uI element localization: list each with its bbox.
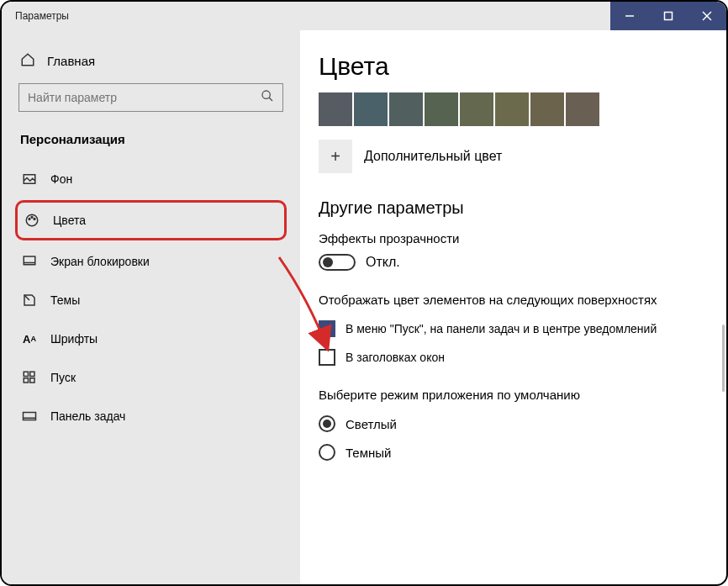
sidebar-section-title: Персонализация <box>15 127 287 161</box>
svg-rect-16 <box>30 378 34 383</box>
svg-point-9 <box>31 216 33 218</box>
home-icon <box>20 52 35 70</box>
sidebar-item-colors[interactable]: Цвета <box>15 200 287 240</box>
check-titlebars[interactable]: В заголовках окон <box>319 349 710 366</box>
custom-color-button[interactable]: + Дополнительный цвет <box>319 140 710 173</box>
svg-rect-11 <box>24 256 35 265</box>
svg-point-10 <box>34 219 35 220</box>
custom-color-label: Дополнительный цвет <box>364 149 502 164</box>
sidebar-item-label: Шрифты <box>50 332 98 346</box>
search-icon <box>261 89 274 106</box>
color-swatch[interactable] <box>495 92 529 126</box>
taskbar-icon <box>22 409 37 424</box>
themes-icon <box>22 293 37 308</box>
color-swatch[interactable] <box>566 92 599 126</box>
surfaces-label: Отображать цвет элементов на следующих п… <box>319 293 710 307</box>
titlebar: Параметры <box>2 2 726 30</box>
minimize-button[interactable] <box>610 2 649 30</box>
sidebar-item-label: Пуск <box>50 371 76 384</box>
plus-icon: + <box>319 140 352 173</box>
transparency-state: Откл. <box>366 255 400 270</box>
home-label: Главная <box>47 54 95 68</box>
svg-rect-14 <box>30 372 34 376</box>
fonts-icon: AA <box>22 331 37 346</box>
palette-icon <box>24 213 40 228</box>
radio-light[interactable]: Светлый <box>319 415 710 432</box>
svg-line-5 <box>269 98 272 101</box>
radio-checked-icon <box>319 415 335 432</box>
sidebar-item-background[interactable]: Фон <box>15 161 287 197</box>
check-start-taskbar[interactable]: В меню "Пуск", на панели задач и в центр… <box>319 320 710 337</box>
svg-rect-13 <box>24 372 28 376</box>
radio-dark[interactable]: Темный <box>319 444 710 461</box>
color-swatches <box>319 92 710 126</box>
sidebar-item-label: Цвета <box>53 214 86 227</box>
sidebar-item-taskbar[interactable]: Панель задач <box>15 399 287 434</box>
checkbox-unchecked-icon <box>319 349 335 366</box>
sidebar: Главная Персонализация Фон Цвета <box>2 30 300 584</box>
sidebar-item-label: Фон <box>50 172 72 186</box>
svg-rect-1 <box>665 13 673 20</box>
content-area: Цвета + Дополнительный цвет Другие парам… <box>300 30 726 584</box>
radio-label: Темный <box>346 446 391 460</box>
search-box[interactable] <box>18 83 283 112</box>
search-input[interactable] <box>28 91 250 104</box>
check-label: В заголовках окон <box>346 351 445 364</box>
sidebar-item-label: Панель задач <box>50 409 125 423</box>
maximize-button[interactable] <box>649 2 688 30</box>
picture-icon <box>22 172 37 187</box>
radio-label: Светлый <box>346 417 397 431</box>
check-label: В меню "Пуск", на панели задач и в центр… <box>346 322 657 335</box>
sidebar-item-themes[interactable]: Темы <box>15 282 287 318</box>
sidebar-item-label: Экран блокировки <box>50 255 150 268</box>
color-swatch[interactable] <box>425 92 458 126</box>
color-swatch[interactable] <box>530 92 564 126</box>
sidebar-item-fonts[interactable]: AA Шрифты <box>15 321 287 356</box>
svg-point-8 <box>29 219 30 220</box>
lockscreen-icon <box>22 254 37 269</box>
color-swatch[interactable] <box>389 92 423 126</box>
transparency-toggle[interactable] <box>319 254 356 271</box>
color-swatch[interactable] <box>460 92 493 126</box>
scrollbar[interactable] <box>722 325 725 392</box>
other-settings-heading: Другие параметры <box>319 198 710 218</box>
color-swatch[interactable] <box>354 92 388 126</box>
window-controls <box>610 2 726 30</box>
start-icon <box>22 370 37 385</box>
transparency-label: Эффекты прозрачности <box>319 231 710 245</box>
close-button[interactable] <box>688 2 726 30</box>
window-title: Параметры <box>2 10 69 22</box>
app-mode-label: Выберите режим приложения по умолчанию <box>319 388 710 402</box>
checkbox-checked-icon <box>319 320 335 337</box>
svg-point-4 <box>262 91 270 98</box>
svg-rect-15 <box>24 378 28 383</box>
color-swatch[interactable] <box>319 92 352 126</box>
svg-rect-17 <box>24 413 36 420</box>
radio-unchecked-icon <box>319 444 335 461</box>
page-title: Цвета <box>319 52 710 81</box>
sidebar-item-lockscreen[interactable]: Экран блокировки <box>15 244 287 279</box>
home-nav[interactable]: Главная <box>15 45 287 82</box>
settings-window: Параметры Главная <box>0 0 728 586</box>
sidebar-item-start[interactable]: Пуск <box>15 360 287 395</box>
sidebar-item-label: Темы <box>50 293 80 307</box>
